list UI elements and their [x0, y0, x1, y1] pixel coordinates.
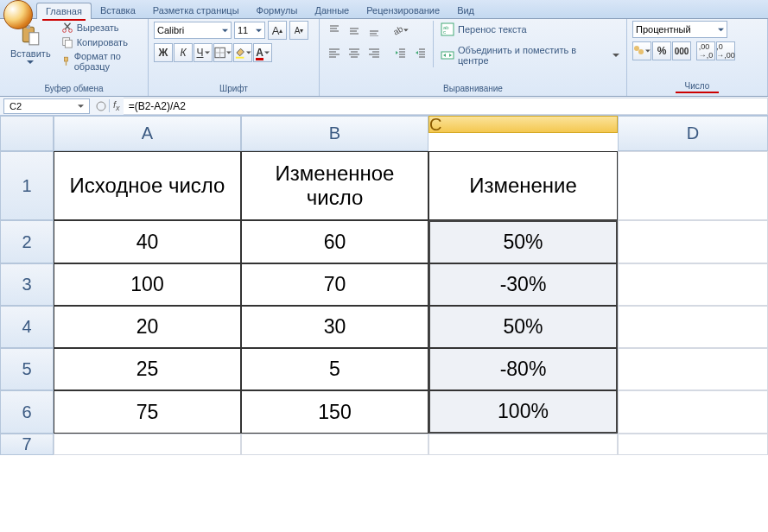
tab-home[interactable]: Главная: [36, 3, 92, 19]
align-top-button[interactable]: [325, 21, 344, 40]
cell-c6[interactable]: 100%: [428, 390, 618, 434]
font-name-select[interactable]: Calibri: [154, 22, 232, 39]
indent-right-icon: [414, 47, 426, 59]
font-color-button[interactable]: A: [253, 43, 272, 62]
row-header-4[interactable]: 4: [0, 306, 54, 348]
shrink-font-button[interactable]: A▾: [289, 21, 308, 40]
cell-c3[interactable]: -30%: [428, 263, 618, 306]
align-center-button[interactable]: [345, 43, 364, 62]
cell-d3[interactable]: [618, 263, 768, 306]
cell-a4[interactable]: 20: [54, 306, 241, 348]
cell-a2[interactable]: 40: [54, 220, 241, 263]
office-button[interactable]: [3, 0, 33, 29]
tab-formulas[interactable]: Формулы: [248, 3, 307, 18]
percent-button[interactable]: %: [652, 41, 671, 60]
wrap-text-button[interactable]: abc Перенос текста: [439, 21, 621, 38]
row-header-7[interactable]: 7: [0, 434, 54, 455]
align-bottom-icon: [368, 24, 380, 36]
row-header-6[interactable]: 6: [0, 390, 54, 434]
col-header-c[interactable]: C: [428, 116, 618, 133]
cell-c1[interactable]: Изменение: [428, 151, 618, 220]
svg-rect-6: [65, 40, 72, 48]
cell-d7[interactable]: [618, 434, 768, 455]
decrease-indent-button[interactable]: [390, 43, 409, 62]
fill-color-button[interactable]: [233, 43, 252, 62]
currency-button[interactable]: [632, 41, 651, 60]
number-format-select[interactable]: Процентный: [632, 21, 727, 38]
fx-cancel[interactable]: [93, 98, 109, 114]
cell-b5[interactable]: 5: [241, 348, 428, 390]
row-header-3[interactable]: 3: [0, 263, 54, 306]
cell-d4[interactable]: [618, 306, 768, 348]
align-left-button[interactable]: [325, 43, 344, 62]
align-middle-button[interactable]: [345, 21, 364, 40]
tab-review[interactable]: Рецензирование: [358, 3, 448, 18]
font-size-select[interactable]: 11: [234, 22, 265, 39]
cell-a3[interactable]: 100: [54, 263, 241, 306]
col-header-a[interactable]: A: [54, 116, 241, 151]
cell-c5[interactable]: -80%: [428, 348, 618, 390]
cell-b7[interactable]: [241, 434, 428, 455]
chevron-down-icon: [403, 28, 409, 33]
name-box[interactable]: C2: [3, 98, 90, 114]
cell-a5[interactable]: 25: [54, 348, 241, 390]
increase-decimal-button[interactable]: ,00→,0: [696, 41, 715, 60]
col-header-d[interactable]: D: [618, 116, 768, 151]
decrease-decimal-button[interactable]: ,0→,00: [716, 41, 735, 60]
formula-input[interactable]: =(B2-A2)/A2: [124, 98, 768, 115]
cell-b1[interactable]: Измененное число: [241, 151, 428, 220]
chevron-down-icon: [718, 27, 724, 33]
chevron-down-icon: [256, 28, 262, 34]
cell-c7[interactable]: [428, 434, 618, 455]
cell-c2[interactable]: 50%: [428, 220, 618, 263]
format-painter-button[interactable]: Формат по образцу: [60, 50, 143, 73]
row-header-2[interactable]: 2: [0, 220, 54, 263]
group-title-clipboard: Буфер обмена: [5, 82, 143, 96]
chevron-down-icon: [264, 50, 270, 55]
select-all-corner[interactable]: [0, 116, 54, 151]
cell-b4[interactable]: 30: [241, 306, 428, 348]
merge-center-button[interactable]: Объединить и поместить в центре: [439, 43, 621, 67]
bucket-icon: [234, 47, 245, 59]
borders-button[interactable]: [213, 43, 232, 62]
ribbon-tabs: Главная Вставка Разметка страницы Формул…: [0, 0, 768, 19]
cell-d1[interactable]: [618, 151, 768, 220]
tab-view[interactable]: Вид: [448, 3, 483, 18]
cell-b6[interactable]: 150: [241, 390, 428, 434]
cut-button[interactable]: Вырезать: [60, 21, 143, 35]
cell-a6[interactable]: 75: [54, 390, 241, 434]
orientation-button[interactable]: ab: [390, 21, 409, 40]
chevron-down-icon: [205, 50, 210, 55]
cell-d5[interactable]: [618, 348, 768, 390]
align-right-icon: [368, 47, 380, 59]
currency-icon: [633, 45, 644, 57]
cell-a7[interactable]: [54, 434, 241, 455]
align-bottom-button[interactable]: [365, 21, 384, 40]
cell-b3[interactable]: 70: [241, 263, 428, 306]
grow-font-button[interactable]: A▴: [268, 21, 287, 40]
cell-a1[interactable]: Исходное число: [54, 151, 241, 220]
chevron-down-icon: [78, 104, 84, 108]
cell-c4[interactable]: 50%: [428, 306, 618, 348]
svg-rect-7: [64, 57, 67, 61]
copy-button[interactable]: Копировать: [60, 35, 143, 49]
bold-button[interactable]: Ж: [154, 43, 173, 62]
cell-d2[interactable]: [618, 220, 768, 263]
scissors-icon: [61, 22, 73, 34]
align-right-button[interactable]: [365, 43, 384, 62]
increase-indent-button[interactable]: [410, 43, 429, 62]
italic-button[interactable]: К: [174, 43, 193, 62]
tab-page-layout[interactable]: Разметка страницы: [144, 3, 248, 18]
chevron-down-icon: [645, 48, 651, 54]
cell-b2[interactable]: 60: [241, 220, 428, 263]
fx-label[interactable]: fx: [109, 99, 124, 112]
cell-d6[interactable]: [618, 390, 768, 434]
tab-data[interactable]: Данные: [306, 3, 358, 18]
underline-button[interactable]: Ч: [194, 43, 213, 62]
tab-insert[interactable]: Вставка: [92, 3, 144, 18]
row-header-5[interactable]: 5: [0, 348, 54, 390]
comma-button[interactable]: 000: [672, 41, 691, 60]
col-header-b[interactable]: B: [241, 116, 428, 151]
row-header-1[interactable]: 1: [0, 151, 54, 220]
group-title-font: Шрифт: [154, 82, 314, 96]
